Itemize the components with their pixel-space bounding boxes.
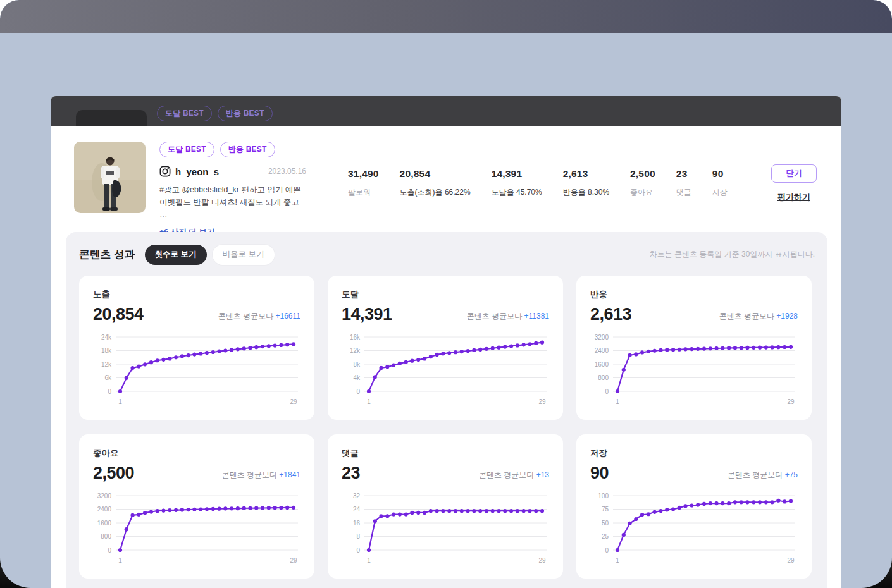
chart-average-delta: 콘텐츠 평균보다 +13 — [479, 470, 549, 483]
delta-value: +1841 — [279, 470, 300, 479]
chart-title: 좋아요 — [93, 448, 300, 459]
chart-value: 14,391 — [342, 305, 392, 324]
stat-label: 좋아요 — [630, 187, 655, 198]
svg-text:8: 8 — [356, 533, 360, 540]
chart-value: 20,854 — [93, 305, 144, 324]
stat-value: 20,854 — [400, 168, 471, 180]
stat-value: 31,490 — [348, 168, 379, 180]
stat-value: 14,391 — [492, 168, 542, 180]
evaluate-link[interactable]: 평가하기 — [777, 192, 810, 203]
svg-text:1: 1 — [616, 557, 619, 564]
delta-value: +75 — [785, 470, 798, 479]
chart-card-reach: 도달 14,391 콘텐츠 평균보다 +11381 04k8k12k16k129 — [328, 276, 563, 420]
svg-text:0: 0 — [605, 388, 609, 395]
svg-text:1600: 1600 — [97, 519, 112, 526]
top-gradient-band — [0, 0, 892, 33]
line-chart: 0255075100129 — [590, 491, 798, 567]
line-chart: 04k8k12k16k129 — [342, 332, 549, 408]
chart-value: 2,500 — [93, 463, 134, 483]
chart-average-delta: 콘텐츠 평균보다 +1841 — [222, 470, 300, 483]
stats-row: 31,490 팔로워 20,854 노출(조회)율 66.22% 14,391 … — [348, 168, 728, 232]
post-caption: #광고 @ebbetsfield_kr 편하고 입기 예쁜 이벳필드 반팔 티셔… — [159, 183, 306, 221]
stat-label: 팔로워 — [348, 187, 379, 198]
stat-label: 저장 — [712, 187, 728, 198]
svg-text:8k: 8k — [353, 360, 361, 367]
stat-saves: 90 저장 — [712, 168, 728, 232]
svg-text:32: 32 — [353, 492, 361, 499]
svg-text:800: 800 — [101, 533, 111, 540]
profile-photo — [74, 142, 146, 213]
line-chart: 08162432129 — [342, 491, 549, 567]
close-button[interactable]: 닫기 — [771, 164, 817, 183]
svg-text:29: 29 — [787, 398, 795, 405]
svg-text:29: 29 — [538, 557, 546, 564]
instagram-icon — [159, 166, 171, 177]
content-detail-modal: 도달 BEST 반응 BEST — [51, 96, 841, 588]
line-chart: 06k12k18k24k129 — [93, 332, 300, 408]
svg-text:0: 0 — [356, 388, 360, 395]
svg-text:0: 0 — [108, 546, 111, 553]
svg-text:0: 0 — [605, 546, 609, 553]
toggle-count-view[interactable]: 횟수로 보기 — [145, 245, 207, 265]
chart-period-note: 차트는 콘텐츠 등록일 기준 30일까지 표시됩니다. — [650, 249, 815, 260]
toggle-ratio-view[interactable]: 비율로 보기 — [213, 245, 275, 265]
stat-value: 23 — [676, 168, 691, 180]
svg-text:2400: 2400 — [595, 347, 609, 354]
svg-text:3200: 3200 — [97, 492, 112, 499]
svg-text:1: 1 — [367, 398, 371, 405]
chart-title: 도달 — [342, 289, 549, 300]
svg-text:12k: 12k — [350, 347, 361, 354]
chart-value: 23 — [342, 463, 360, 483]
svg-text:16: 16 — [353, 519, 361, 526]
engagement-best-badge: 반응 BEST — [220, 142, 275, 157]
chart-value: 90 — [590, 463, 609, 483]
svg-text:2400: 2400 — [97, 506, 112, 513]
svg-text:1: 1 — [118, 398, 122, 405]
chart-card-impressions: 노출 20,854 콘텐츠 평균보다 +16611 06k12k18k24k12… — [79, 276, 314, 420]
profile-row: 도달 BEST 반응 BEST h_yeon_s 2023.05.16 #광고 … — [51, 126, 841, 232]
chart-cards-grid: 노출 20,854 콘텐츠 평균보다 +16611 06k12k18k24k12… — [79, 276, 815, 579]
stat-value: 90 — [712, 168, 728, 180]
svg-text:24: 24 — [353, 506, 361, 513]
delta-value: +1928 — [776, 312, 798, 321]
svg-text:6k: 6k — [104, 374, 112, 381]
reach-best-badge: 도달 BEST — [159, 142, 214, 157]
svg-text:50: 50 — [602, 519, 609, 526]
line-chart: 0800160024003200129 — [590, 332, 798, 408]
chart-average-delta: 콘텐츠 평균보다 +75 — [728, 470, 798, 483]
view-toggle-group: 횟수로 보기 비율로 보기 — [145, 245, 275, 265]
performance-header: 콘텐츠 성과 횟수로 보기 비율로 보기 차트는 콘텐츠 등록일 기준 30일까… — [79, 245, 815, 265]
chart-title: 반응 — [590, 289, 798, 300]
delta-value: +16611 — [276, 312, 301, 321]
reach-best-badge: 도달 BEST — [157, 106, 212, 121]
svg-text:1: 1 — [616, 398, 619, 405]
svg-text:24k: 24k — [101, 333, 112, 340]
svg-text:800: 800 — [598, 374, 609, 381]
modal-actions: 닫기 평가하기 — [771, 164, 817, 232]
chart-average-delta: 콘텐츠 평균보다 +1928 — [719, 311, 798, 324]
chart-card-likes: 좋아요 2,500 콘텐츠 평균보다 +1841 080016002400320… — [79, 434, 314, 579]
stat-likes: 2,500 좋아요 — [630, 168, 655, 232]
stat-reach: 14,391 도달율 45.70% — [492, 168, 542, 232]
svg-text:100: 100 — [598, 492, 609, 499]
svg-text:18k: 18k — [101, 347, 112, 354]
svg-text:75: 75 — [602, 506, 609, 513]
svg-text:16k: 16k — [350, 333, 361, 340]
chart-card-saves: 저장 90 콘텐츠 평균보다 +75 0255075100129 — [576, 434, 812, 579]
chart-average-delta: 콘텐츠 평균보다 +16611 — [218, 311, 300, 324]
svg-text:29: 29 — [290, 557, 297, 564]
chart-title: 노출 — [93, 289, 300, 300]
svg-text:3200: 3200 — [595, 333, 609, 340]
background-badges: 도달 BEST 반응 BEST — [157, 106, 273, 121]
chart-title: 댓글 — [342, 448, 549, 459]
stat-label: 도달율 45.70% — [492, 187, 542, 198]
svg-text:29: 29 — [538, 398, 546, 405]
performance-title: 콘텐츠 성과 — [79, 247, 135, 262]
delta-value: +11381 — [524, 312, 550, 321]
average-label: 콘텐츠 평균보다 — [467, 312, 524, 321]
average-label: 콘텐츠 평균보다 — [719, 312, 777, 321]
post-date: 2023.05.16 — [268, 167, 306, 176]
svg-text:1: 1 — [118, 557, 122, 564]
average-label: 콘텐츠 평균보다 — [479, 470, 536, 479]
svg-text:0: 0 — [108, 388, 111, 395]
